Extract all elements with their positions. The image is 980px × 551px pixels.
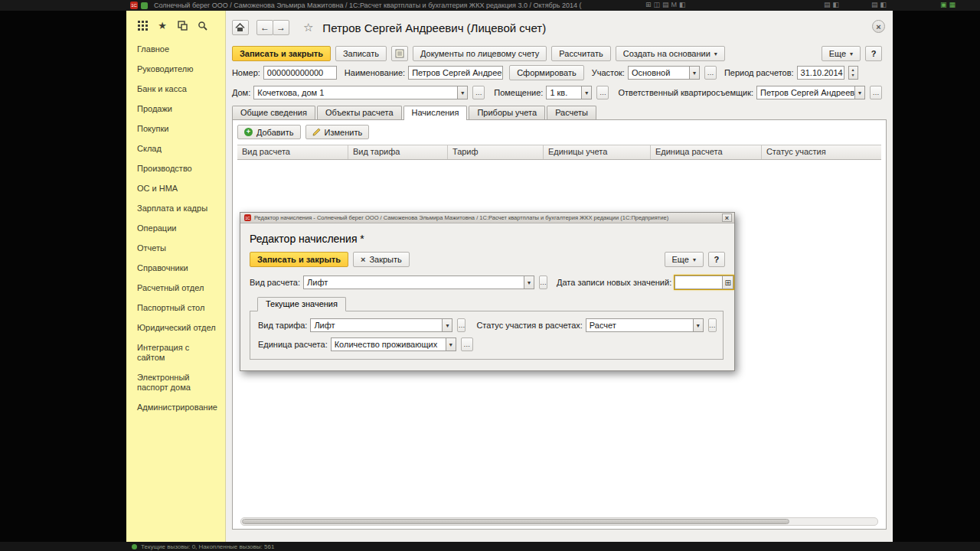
dropdown-arrow-icon[interactable]: ▾ — [581, 86, 592, 99]
dropdown-arrow-icon[interactable]: ▾ — [689, 66, 700, 80]
column-tarif[interactable]: Тариф — [448, 145, 544, 159]
calc-unit-pick-button[interactable]: … — [461, 337, 473, 351]
tab-current-values[interactable]: Текущие значения — [257, 297, 346, 311]
more-button[interactable]: Еще▾ — [822, 46, 861, 61]
tab-nachisleniya[interactable]: Начисления — [403, 106, 468, 120]
house-pick-button[interactable]: … — [472, 86, 485, 99]
sidebar-item-raschetny-otdel[interactable]: Расчетный отдел — [137, 283, 225, 293]
dialog-close-button[interactable]: × — [722, 214, 732, 222]
add-to-favorites-star-icon[interactable]: ☆ — [303, 21, 313, 34]
create-based-on-button[interactable]: Создать на основании▾ — [616, 46, 725, 61]
area-pick-button[interactable]: … — [704, 66, 717, 80]
help-button[interactable]: ? — [865, 46, 882, 61]
dropdown-arrow-icon[interactable]: ▾ — [457, 86, 468, 99]
dialog-save-and-close-button[interactable]: Записать и закрыть — [250, 252, 348, 267]
calendar-icon[interactable]: ⊞ — [722, 276, 733, 289]
history-windows-icon[interactable] — [177, 20, 188, 31]
column-status-uchastiya[interactable]: Статус участия — [762, 145, 881, 159]
forward-button[interactable]: → — [273, 20, 289, 35]
form-row-1: Номер: 000000000000 Наименование: Петров… — [226, 63, 893, 83]
column-edinicy-ucheta[interactable]: Единицы учета — [544, 145, 651, 159]
participation-status-pick-button[interactable]: … — [708, 318, 717, 332]
calculate-button[interactable]: Рассчитать — [551, 46, 610, 61]
premise-combo[interactable]: 1 кв. ▾ — [546, 86, 592, 99]
dropdown-arrow-icon[interactable]: ▾ — [446, 337, 456, 351]
form-close-button[interactable]: × — [872, 20, 885, 33]
sidebar-item-os-i-nma[interactable]: ОС и НМА — [137, 184, 225, 194]
column-edinica-rascheta[interactable]: Единица расчета — [651, 145, 762, 159]
period-spinner[interactable]: ▴▾ — [848, 66, 858, 80]
sidebar-item-integraciya[interactable]: Интеграция с сайтом — [137, 343, 225, 363]
save-button[interactable]: Записать — [335, 46, 387, 61]
scrollbar-thumb[interactable] — [242, 519, 789, 524]
sidebar-item-zarplata[interactable]: Зарплата и кадры — [137, 204, 225, 214]
dropdown-arrow-icon[interactable]: ▾ — [524, 276, 534, 289]
sidebar-item-el-pasport-doma[interactable]: Электронный паспорт дома — [137, 373, 225, 393]
tariff-type-combo[interactable]: Лифт ▾ — [310, 318, 452, 332]
edit-button[interactable]: Изменить — [305, 125, 370, 139]
new-values-date-field[interactable]: 01.10.2014 ⊞ — [675, 276, 733, 289]
menu-grid-icon[interactable] — [137, 20, 148, 31]
house-combo[interactable]: Кочеткова, дом 1 ▾ — [253, 86, 468, 99]
taskbar-icons[interactable]: ⊞◫▤M◧ — [645, 1, 688, 8]
taskbar-icons-2[interactable]: ▤◧ — [824, 1, 841, 8]
add-button[interactable]: +Добавить — [237, 125, 301, 139]
tray-icons[interactable]: ▣▦ — [940, 1, 958, 8]
area-value: Основной — [628, 66, 689, 80]
sidebar-item-operacii[interactable]: Операции — [137, 223, 225, 233]
status-text: Текущие вызовы: 0, Накопленные вызовы: 5… — [141, 543, 274, 550]
sidebar-item-glavnoe[interactable]: Главное — [137, 44, 225, 54]
sidebar-item-administrirovanie[interactable]: Администрирование — [137, 403, 225, 412]
tab-obekty-rascheta[interactable]: Объекты расчета — [317, 106, 402, 119]
save-and-close-button[interactable]: Записать и закрыть — [232, 46, 331, 61]
dialog-help-button[interactable]: ? — [708, 252, 725, 267]
generate-button[interactable]: Сформировать — [509, 65, 584, 80]
sidebar-item-pokupki[interactable]: Покупки — [137, 124, 225, 134]
chevron-down-icon: ▾ — [850, 51, 853, 57]
dropdown-arrow-icon[interactable]: ▾ — [854, 86, 865, 99]
sidebar-item-proizvodstvo[interactable]: Производство — [137, 164, 225, 174]
journal-button[interactable] — [391, 46, 408, 61]
horizontal-scrollbar[interactable] — [240, 517, 878, 526]
sidebar-item-rukovoditelyu[interactable]: Руководителю — [137, 64, 225, 74]
period-input[interactable]: 31.10.2014 — [797, 66, 844, 80]
column-vid-tarifa[interactable]: Вид тарифа — [348, 145, 448, 159]
tenant-label: Ответственный квартиросъемщик: — [618, 88, 753, 97]
tariff-type-pick-button[interactable]: … — [457, 318, 466, 332]
sidebar-item-sklad[interactable]: Склад — [137, 144, 225, 154]
calc-type-combo[interactable]: Лифт ▾ — [303, 276, 534, 289]
calc-type-pick-button[interactable]: … — [539, 276, 547, 289]
favorites-star-icon[interactable]: ★ — [157, 20, 168, 31]
area-combo[interactable]: Основной ▾ — [628, 66, 700, 80]
tab-raschety[interactable]: Расчеты — [547, 106, 596, 119]
tab-obshchie-svedeniya[interactable]: Общие сведения — [232, 106, 315, 119]
sidebar-item-pasportny-stol[interactable]: Паспортный стол — [137, 303, 225, 313]
dialog-close-form-button[interactable]: ×Закрыть — [353, 252, 410, 267]
back-button[interactable]: ← — [256, 20, 273, 35]
sidebar-item-bank-i-kassa[interactable]: Банк и касса — [137, 84, 225, 94]
tenant-combo[interactable]: Петров Сергей Андреевич ▾ — [756, 86, 865, 99]
sidebar-item-prodazhi[interactable]: Продажи — [137, 104, 225, 114]
number-input[interactable]: 000000000000 — [263, 66, 337, 80]
column-vid-rascheta[interactable]: Вид расчета — [237, 145, 348, 159]
dialog-titlebar[interactable]: 1С Редактор начисления - Солнечный берег… — [240, 213, 734, 223]
name-input[interactable]: Петров Сергей Андреевич — [408, 66, 503, 80]
sidebar-toolbar: ★ — [137, 20, 225, 31]
dialog-more-button[interactable]: Еще▾ — [665, 252, 704, 267]
sidebar-item-otchety[interactable]: Отчеты — [137, 243, 225, 253]
calc-unit-combo[interactable]: Количество проживающих ▾ — [331, 337, 456, 351]
search-icon[interactable] — [197, 20, 207, 31]
taskbar-icons-3[interactable]: ▤◧ — [871, 1, 889, 8]
grid-header: Вид расчета Вид тарифа Тариф Единицы уче… — [237, 145, 881, 160]
tab-pribory-ucheta[interactable]: Приборы учета — [469, 106, 545, 119]
sidebar-item-spravochniki[interactable]: Справочники — [137, 263, 225, 273]
home-button[interactable] — [232, 20, 249, 35]
premise-pick-button[interactable]: … — [596, 86, 609, 99]
dropdown-arrow-icon[interactable]: ▾ — [442, 318, 452, 332]
tenant-pick-button[interactable]: … — [870, 86, 882, 99]
sidebar-item-yuridichesky-otdel[interactable]: Юридический отдел — [137, 323, 225, 333]
participation-status-combo[interactable]: Расчет ▾ — [586, 318, 704, 332]
dialog-title: Редактор начисления - Солнечный берег ОО… — [254, 214, 722, 221]
documents-button[interactable]: Документы по лицевому счету — [413, 46, 547, 61]
dropdown-arrow-icon[interactable]: ▾ — [693, 318, 704, 332]
